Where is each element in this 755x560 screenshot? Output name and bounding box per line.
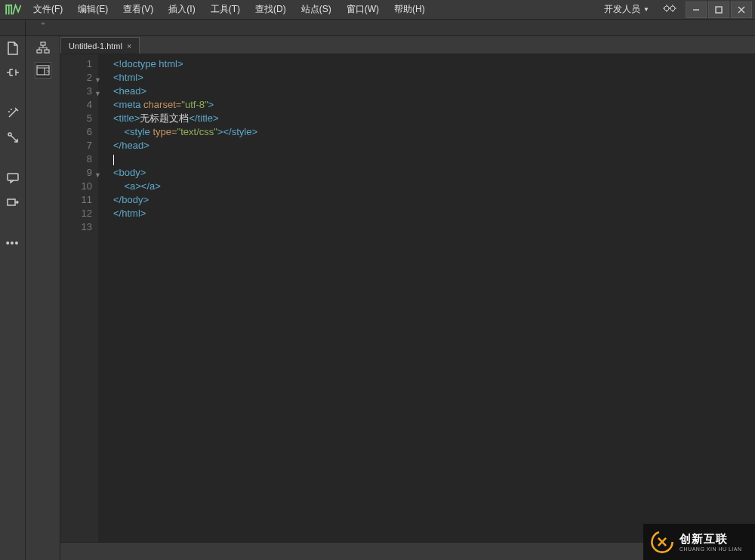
line-number: 2▼	[60, 71, 92, 85]
code-line[interactable]: </html>	[113, 207, 755, 220]
brand-watermark: 创新互联 CHUANG XIN HU LIAN	[643, 524, 755, 560]
minimize-button[interactable]	[686, 2, 707, 18]
code-line[interactable]	[113, 220, 755, 234]
format-icon[interactable]	[5, 130, 20, 145]
collapse-icon[interactable]	[5, 195, 20, 210]
chevron-down-icon: ▼	[643, 6, 649, 13]
menu-item[interactable]: 编辑(E)	[70, 0, 116, 19]
line-number: 4	[60, 98, 92, 112]
svg-text:>: >	[46, 69, 49, 74]
menu-item[interactable]: 查看(V)	[116, 0, 161, 19]
close-icon[interactable]: ×	[127, 42, 131, 51]
workspace-label: 开发人员	[604, 3, 640, 16]
panel-header-mark: ''	[26, 20, 60, 35]
code-line[interactable]	[113, 152, 755, 166]
brand-en: CHUANG XIN HU LIAN	[680, 546, 742, 552]
second-row: ''	[0, 20, 755, 36]
fold-triangle-icon[interactable]: ▼	[94, 73, 101, 87]
menu-item[interactable]: 帮助(H)	[387, 0, 433, 19]
svg-point-0	[664, 6, 669, 11]
app-logo	[0, 0, 26, 20]
sync-settings-icon[interactable]	[658, 0, 681, 20]
line-number: 10	[60, 180, 92, 193]
dom-panel-icon[interactable]	[35, 39, 51, 56]
line-number: 13	[60, 220, 92, 234]
menu-item[interactable]: 文件(F)	[26, 0, 70, 19]
code-line[interactable]: <body>	[113, 166, 755, 180]
maximize-button[interactable]	[708, 2, 729, 18]
editor-column: Untitled-1.html × 12▼3▼456789▼10111213 <…	[60, 36, 755, 560]
editor-tabbar: Untitled-1.html ×	[60, 36, 755, 54]
wand-icon[interactable]	[5, 106, 20, 121]
line-number: 3▼	[60, 85, 92, 98]
side-panel: >	[26, 36, 60, 560]
menu-item[interactable]: 站点(S)	[294, 0, 339, 19]
new-file-icon[interactable]	[5, 41, 20, 56]
manage-sites-icon[interactable]	[5, 65, 20, 80]
menu-item[interactable]: 窗口(W)	[339, 0, 387, 19]
svg-rect-8	[8, 199, 15, 205]
svg-rect-11	[45, 50, 49, 53]
code-line[interactable]: </body>	[113, 193, 755, 207]
comment-icon[interactable]	[5, 171, 20, 186]
code-line[interactable]: <head>	[113, 85, 755, 98]
svg-rect-10	[37, 50, 42, 53]
left-toolbar: •••	[0, 36, 26, 560]
code-editor[interactable]: 12▼3▼456789▼10111213 <!doctype html><htm…	[60, 54, 755, 542]
menu-item[interactable]: 工具(T)	[203, 0, 248, 19]
svg-rect-9	[41, 42, 45, 45]
line-number: 1	[60, 57, 92, 71]
code-line[interactable]: <html>	[113, 71, 755, 85]
svg-rect-3	[716, 7, 722, 13]
workspace-dropdown[interactable]: 开发人员 ▼	[598, 0, 655, 19]
file-tab[interactable]: Untitled-1.html ×	[60, 37, 140, 54]
code-line[interactable]: </head>	[113, 139, 755, 152]
assets-panel-icon[interactable]: >	[35, 62, 51, 78]
menu-item[interactable]: 查找(D)	[248, 0, 294, 19]
code-line[interactable]: <!doctype html>	[113, 57, 755, 71]
code-content[interactable]: <!doctype html><html><head><meta charset…	[98, 54, 755, 542]
line-number: 9▼	[60, 166, 92, 180]
code-line[interactable]: <title>无标题文档</title>	[113, 112, 755, 125]
text-cursor	[113, 155, 114, 165]
close-button[interactable]	[731, 2, 752, 18]
brand-cn: 创新互联	[680, 532, 742, 546]
menu-item[interactable]: 插入(I)	[161, 0, 202, 19]
file-tab-label: Untitled-1.html	[69, 42, 122, 51]
code-line[interactable]: <meta charset="utf-8">	[113, 98, 755, 112]
line-number: 8	[60, 152, 92, 166]
line-number: 6	[60, 125, 92, 139]
titlebar: 文件(F)编辑(E)查看(V)插入(I)工具(T)查找(D)站点(S)窗口(W)…	[0, 0, 755, 20]
line-number: 7	[60, 139, 92, 152]
code-line[interactable]: <style type="text/css"></style>	[113, 125, 755, 139]
svg-point-1	[670, 6, 675, 11]
fold-triangle-icon[interactable]: ▼	[94, 168, 101, 182]
fold-triangle-icon[interactable]: ▼	[94, 87, 101, 100]
svg-rect-7	[8, 174, 18, 180]
main-menu: 文件(F)编辑(E)查看(V)插入(I)工具(T)查找(D)站点(S)窗口(W)…	[26, 0, 433, 19]
line-gutter: 12▼3▼456789▼10111213	[60, 54, 98, 542]
code-line[interactable]: <a></a>	[113, 180, 755, 193]
more-icon[interactable]: •••	[5, 235, 20, 251]
svg-point-6	[8, 133, 11, 136]
line-number: 12	[60, 207, 92, 220]
line-number: 5	[60, 112, 92, 125]
line-number: 11	[60, 193, 92, 207]
